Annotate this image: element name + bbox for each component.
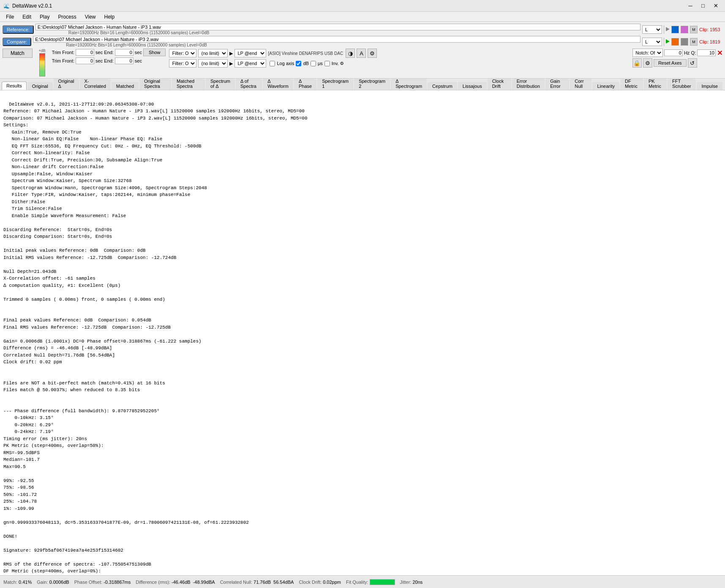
tab-impulse[interactable]: Impulse — [697, 82, 722, 90]
maximize-button[interactable]: □ — [697, 1, 709, 11]
arrow-icon2: ▶ — [229, 61, 233, 66]
compare-button[interactable]: Compare: — [3, 38, 31, 46]
refresh-button[interactable]: ↺ — [688, 58, 697, 68]
compare-row: Compare: Rate=192000Hz Bits=16 Length=60… — [3, 36, 722, 47]
tab-results[interactable]: Results — [2, 82, 27, 90]
compare-path-input[interactable] — [33, 36, 641, 43]
menu-help[interactable]: Help — [100, 13, 119, 21]
notch-clear-btn[interactable]: ✕ — [717, 49, 722, 57]
inv-check[interactable] — [324, 61, 330, 66]
inv-check-label: Inv. Φ — [332, 61, 344, 66]
tab-original[interactable]: Original — [27, 82, 53, 90]
filter-lp1[interactable]: LP @end — [234, 49, 266, 57]
tab-spectrum-delta[interactable]: Spectrum of Δ — [206, 79, 235, 90]
tab-lissajous[interactable]: Lissajous — [458, 82, 487, 90]
tab-original-spectra[interactable]: Original Spectra — [139, 79, 171, 90]
trim-front-input1[interactable] — [76, 49, 94, 56]
tab-delta-waveform[interactable]: Δ Waveform — [263, 79, 293, 90]
minimize-button[interactable]: ─ — [684, 1, 696, 11]
db-check[interactable] — [296, 61, 301, 66]
menu-view[interactable]: View — [81, 13, 100, 21]
tab-spectrogram1[interactable]: Spectrogram 1 — [317, 79, 353, 90]
lock-button[interactable]: 🔒 — [632, 58, 642, 68]
quality-status-label: Fit Quality: — [346, 580, 368, 585]
log-axis-check[interactable] — [270, 61, 275, 66]
filter-nolimit2[interactable]: (no limit) — [198, 59, 228, 68]
us-check[interactable] — [311, 61, 316, 66]
volume-meter — [39, 53, 45, 76]
trim-front-label1: Trim Front: — [52, 50, 74, 55]
ref-mute-btn[interactable]: M — [690, 26, 698, 33]
asio-label: [ASIO] Vinshine DENAFRIPS USB DAC — [268, 51, 343, 56]
contrast-button[interactable]: ◑ — [346, 49, 355, 58]
tab-matched-spectra[interactable]: Matched Spectra — [172, 79, 205, 90]
comp-play-icon — [666, 39, 670, 44]
match-status-label: Match: — [3, 580, 17, 585]
menu-play[interactable]: Play — [35, 13, 54, 21]
tab-delta-spectrogram[interactable]: Δ Spectrogram — [391, 79, 427, 90]
reference-channel-select[interactable]: LRL+R — [642, 25, 662, 34]
notch-hz-input[interactable] — [664, 49, 683, 56]
menu-edit[interactable]: Edit — [18, 13, 35, 21]
phase-status-label: Phase Offset: — [74, 580, 102, 585]
settings-button[interactable]: ⚙ — [368, 49, 377, 58]
tab-fft-scrubber[interactable]: FFT Scrubber — [668, 79, 696, 90]
app-title: DeltaWave v2.0.1 — [12, 3, 52, 9]
match-button[interactable]: Match — [3, 49, 33, 58]
filter-select1[interactable]: Filter: Off — [169, 49, 196, 57]
show-button[interactable]: Show — [143, 49, 166, 56]
tab-corr-null[interactable]: Corr Null — [570, 79, 591, 90]
filter-lp2[interactable]: LP @end — [234, 59, 266, 68]
q-label: Q: — [691, 50, 696, 55]
tab-spectrogram2[interactable]: Spectrogram 2 — [354, 79, 390, 90]
jitter-status-label: Jitter: — [400, 580, 412, 585]
tab-original-delta[interactable]: Original Δ — [54, 79, 79, 90]
status-bar: Match: 0.41% Gain: 0.0006dB Phase Offset… — [0, 575, 725, 588]
settings2-button[interactable]: ⚙ — [643, 58, 652, 68]
tab-linearity[interactable]: Linearity — [592, 82, 619, 90]
trim-front-label2: Trim Front: — [52, 58, 74, 63]
tab-clock-drift[interactable]: Clock Drift — [488, 79, 511, 90]
ref-color-btn[interactable] — [671, 26, 679, 33]
reference-button[interactable]: Reference: — [3, 25, 34, 34]
trim-end-input1[interactable] — [115, 49, 134, 56]
tab-error-dist[interactable]: Error Distribution — [512, 79, 545, 90]
trim-end-input2[interactable] — [115, 57, 134, 64]
log-axis-label: Log axis — [277, 61, 294, 66]
jitter-status-value: 20ns — [412, 580, 422, 585]
menu-file[interactable]: File — [2, 13, 18, 21]
tab-gain-error[interactable]: Gain Error — [545, 79, 569, 90]
tab-delta-of-spectra[interactable]: Δ of Spectra — [236, 79, 262, 90]
comp-color2-btn[interactable] — [681, 38, 688, 46]
gain-status-label: Gain: — [37, 580, 48, 585]
tab-matched[interactable]: Matched — [112, 82, 139, 90]
a-button[interactable]: A — [357, 49, 366, 58]
trim-front-input2[interactable] — [76, 57, 94, 64]
filter-select2[interactable]: Filter: Off — [169, 59, 196, 68]
reference-info: Rate=192000Hz Bits=16 Length=60000ms (11… — [68, 30, 641, 35]
comp-mute-btn[interactable]: M — [690, 38, 698, 46]
us-check-label: μs — [318, 61, 323, 66]
ref-color2-btn[interactable] — [681, 26, 688, 33]
close-button[interactable]: ✕ — [710, 1, 722, 11]
tab-df-metric[interactable]: DF Metric — [620, 79, 643, 90]
tab-xcorrelated[interactable]: X-Correlated — [80, 79, 111, 90]
gain-status-value: 0.0006dB — [49, 580, 69, 585]
filter-nolimit1[interactable]: (no limit) — [198, 49, 228, 57]
notch-q-input[interactable] — [697, 49, 716, 56]
content-area: DeltaWave v2.0.1, 2021-11-27T12:09:20.06… — [0, 90, 725, 585]
compare-channel-select[interactable]: LRL+R — [642, 38, 662, 46]
results-text: DeltaWave v2.0.1, 2021-11-27T12:09:20.06… — [3, 102, 308, 586]
tab-pk-metric[interactable]: PK Metric — [644, 79, 667, 90]
comp-color-btn[interactable] — [671, 38, 679, 46]
reset-axes-button[interactable]: Reset Axes — [654, 59, 687, 67]
tab-delta-phase[interactable]: Δ Phase — [294, 79, 316, 90]
ref-clip: Clip: 1953 — [699, 27, 722, 32]
reference-path-input[interactable] — [35, 24, 641, 30]
tab-cepstrum[interactable]: Cepstrum — [428, 82, 457, 90]
menu-process[interactable]: Process — [54, 13, 80, 21]
phase-status-value: -0.318867ms — [104, 580, 131, 585]
notch-select[interactable]: Notch: Off — [632, 49, 663, 57]
diff-status-dba: -48.99dBA — [193, 580, 215, 585]
comp-clip: Clip: 1819 — [699, 39, 722, 44]
